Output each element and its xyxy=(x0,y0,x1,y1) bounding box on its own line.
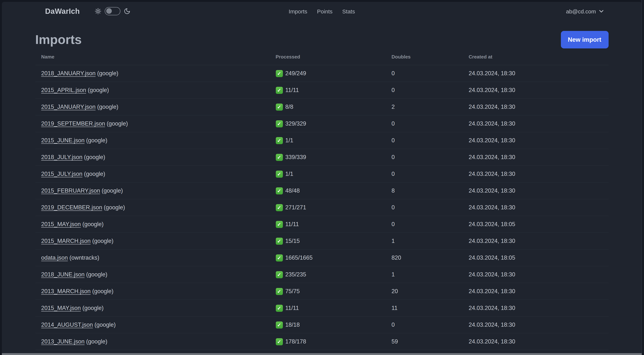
processed-value: 178/178 xyxy=(285,338,306,345)
user-email: ab@cd.com xyxy=(566,8,596,14)
import-source: (owntracks) xyxy=(68,254,99,261)
processed-cell: ✓ 1/1 xyxy=(270,137,386,144)
import-file-link[interactable]: 2015_MAY.json xyxy=(41,221,81,227)
import-file-link[interactable]: 2019_SEPTEMBER.json xyxy=(41,120,105,127)
import-file-link[interactable]: 2018_JANUARY.json xyxy=(41,70,96,76)
import-source: (google) xyxy=(96,104,118,110)
processed-value: 1/1 xyxy=(285,137,293,144)
import-file-link[interactable]: 2015_FEBRUARY.json xyxy=(41,187,100,194)
sun-icon xyxy=(95,8,101,14)
processed-value: 75/75 xyxy=(285,288,300,295)
import-file-link[interactable]: 2015_MARCH.json xyxy=(41,238,90,244)
processed-value: 329/329 xyxy=(285,120,306,127)
chevron-down-icon xyxy=(599,10,604,12)
import-file-link[interactable]: 2018_JULY.json xyxy=(41,154,82,160)
name-cell: 2014_AUGUST.json (google) xyxy=(35,322,270,328)
new-import-button[interactable]: New import xyxy=(561,31,608,48)
import-file-link[interactable]: 2013_MARCH.json xyxy=(41,288,90,294)
processed-value: 249/249 xyxy=(285,70,306,77)
table-row: 2015_MAY.json (google) ✓ 11/11 0 24.03.2… xyxy=(35,216,608,233)
created-at-value: 24.03.2024, 18:30 xyxy=(463,87,608,93)
name-cell: 2015_JUNE.json (google) xyxy=(35,137,270,144)
import-file-link[interactable]: 2015_JULY.json xyxy=(41,171,82,177)
success-checkmark-icon: ✓ xyxy=(276,120,283,127)
imports-table-body: 2018_JANUARY.json (google) ✓ 249/249 0 2… xyxy=(35,65,608,350)
import-file-link[interactable]: odata.json xyxy=(41,254,68,261)
column-header-processed: Processed xyxy=(270,54,386,59)
import-source: (google) xyxy=(81,305,104,311)
table-row: 2018_JULY.json (google) ✓ 339/339 0 24.0… xyxy=(35,149,608,166)
processed-cell: ✓ 235/235 xyxy=(270,271,386,278)
success-checkmark-icon: ✓ xyxy=(276,338,283,345)
name-cell: 2015_MARCH.json (google) xyxy=(35,238,270,244)
vertical-scrollbar[interactable] xyxy=(642,0,644,353)
success-checkmark-icon: ✓ xyxy=(276,288,283,295)
theme-toggle-knob xyxy=(106,8,112,14)
table-row: 2013_JUNE.json (google) ✓ 178/178 59 24.… xyxy=(35,334,608,350)
doubles-value: 0 xyxy=(386,137,463,144)
import-file-link[interactable]: 2018_JUNE.json xyxy=(41,271,84,278)
processed-value: 235/235 xyxy=(285,271,306,278)
import-file-link[interactable]: 2019_DECEMBER.json xyxy=(41,204,102,210)
name-cell: 2019_SEPTEMBER.json (google) xyxy=(35,120,270,127)
table-row: odata.json (owntracks) ✓ 1665/1665 820 2… xyxy=(35,250,608,266)
import-file-link[interactable]: 2015_JUNE.json xyxy=(41,137,84,143)
doubles-value: 0 xyxy=(386,221,463,228)
created-at-value: 24.03.2024, 18:30 xyxy=(463,120,608,127)
import-source: (google) xyxy=(84,338,107,345)
name-cell: 2018_JANUARY.json (google) xyxy=(35,70,270,77)
doubles-value: 0 xyxy=(386,154,463,161)
import-file-link[interactable]: 2015_JANUARY.json xyxy=(41,104,96,110)
name-cell: 2013_MARCH.json (google) xyxy=(35,288,270,295)
doubles-value: 8 xyxy=(386,187,463,194)
success-checkmark-icon: ✓ xyxy=(276,87,283,94)
import-source: (google) xyxy=(96,70,118,76)
created-at-value: 24.03.2024, 18:30 xyxy=(463,288,608,295)
success-checkmark-icon: ✓ xyxy=(276,321,283,328)
created-at-value: 24.03.2024, 18:30 xyxy=(463,187,608,194)
doubles-value: 59 xyxy=(386,338,463,345)
user-menu[interactable]: ab@cd.com xyxy=(566,8,604,14)
name-cell: 2019_DECEMBER.json (google) xyxy=(35,204,270,211)
processed-value: 8/8 xyxy=(285,104,293,110)
doubles-value: 1 xyxy=(386,271,463,278)
table-row: 2015_JULY.json (google) ✓ 1/1 0 24.03.20… xyxy=(35,166,608,183)
nav-link-imports[interactable]: Imports xyxy=(289,8,307,14)
import-file-link[interactable]: 2015_MAY.json xyxy=(41,305,81,311)
success-checkmark-icon: ✓ xyxy=(276,137,283,144)
horizontal-scrollbar[interactable] xyxy=(2,353,642,355)
import-file-link[interactable]: 2015_APRIL.json xyxy=(41,87,86,93)
nav-link-stats[interactable]: Stats xyxy=(342,8,355,14)
created-at-value: 24.03.2024, 18:30 xyxy=(463,154,608,161)
import-file-link[interactable]: 2013_JUNE.json xyxy=(41,338,84,345)
table-row: 2019_SEPTEMBER.json (google) ✓ 329/329 0… xyxy=(35,115,608,132)
success-checkmark-icon: ✓ xyxy=(276,170,283,177)
app-logo[interactable]: DaWarIch xyxy=(45,7,80,15)
processed-value: 339/339 xyxy=(285,154,306,161)
import-source: (google) xyxy=(84,271,107,278)
success-checkmark-icon: ✓ xyxy=(276,103,283,110)
created-at-value: 24.03.2024, 18:30 xyxy=(463,204,608,211)
import-source: (google) xyxy=(84,137,107,143)
nav-link-points[interactable]: Points xyxy=(317,8,332,14)
success-checkmark-icon: ✓ xyxy=(276,254,283,261)
import-source: (google) xyxy=(93,322,116,328)
theme-toggle-switch[interactable] xyxy=(105,7,120,15)
import-source: (google) xyxy=(90,238,113,244)
processed-value: 1665/1665 xyxy=(285,254,313,261)
created-at-value: 24.03.2024, 18:30 xyxy=(463,171,608,177)
name-cell: odata.json (owntracks) xyxy=(35,254,270,261)
page-window: DaWarIch xyxy=(2,2,642,355)
doubles-value: 0 xyxy=(386,87,463,93)
doubles-value: 11 xyxy=(386,305,463,312)
theme-toggle-group xyxy=(95,7,130,15)
processed-cell: ✓ 11/11 xyxy=(270,221,386,228)
import-file-link[interactable]: 2014_AUGUST.json xyxy=(41,322,93,328)
doubles-value: 0 xyxy=(386,171,463,177)
processed-value: 11/11 xyxy=(285,87,299,93)
name-cell: 2013_JUNE.json (google) xyxy=(35,338,270,345)
doubles-value: 0 xyxy=(386,70,463,77)
processed-value: 271/271 xyxy=(285,204,306,211)
top-navbar: DaWarIch xyxy=(2,2,642,20)
name-cell: 2015_FEBRUARY.json (google) xyxy=(35,187,270,194)
